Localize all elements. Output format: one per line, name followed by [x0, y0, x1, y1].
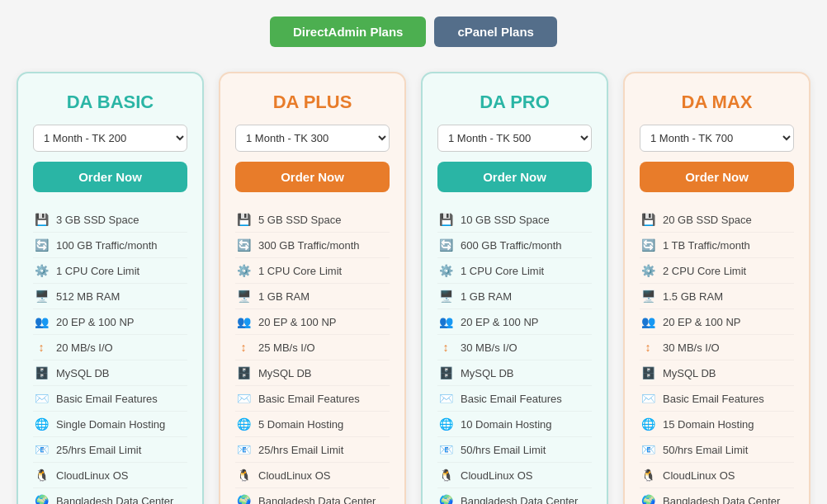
feature-icon: 🗄️: [33, 365, 50, 381]
feature-icon: 🌍: [235, 492, 252, 504]
feature-icon: ↕️: [33, 339, 50, 356]
feature-icon: 🌐: [640, 416, 656, 432]
list-item: 🖥️1 GB RAM: [235, 284, 390, 309]
feature-text: 1 GB RAM: [461, 290, 512, 303]
feature-icon: ✉️: [235, 390, 252, 407]
feature-icon: 📧: [235, 441, 252, 458]
order-button-da-max[interactable]: Order Now: [640, 162, 794, 192]
feature-icon: 🐧: [235, 467, 252, 483]
list-item: 📧25/hrs Email Limit: [235, 437, 390, 463]
feature-text: 50/hrs Email Limit: [461, 444, 546, 456]
feature-text: 10 Domain Hosting: [461, 418, 552, 431]
list-item: ✉️Basic Email Features: [437, 386, 592, 412]
feature-text: 1 GB RAM: [258, 290, 310, 303]
list-item: 👥20 EP & 100 NP: [235, 309, 390, 335]
plan-select-da-plus[interactable]: 1 Month - TK 3003 Months6 Months1 Year: [235, 125, 390, 152]
plan-select-da-pro[interactable]: 1 Month - TK 5003 Months6 Months1 Year: [437, 125, 592, 152]
list-item: 🔄600 GB Traffic/month: [437, 233, 592, 258]
feature-text: Single Domain Hosting: [56, 418, 165, 431]
feature-text: 600 GB Traffic/month: [461, 239, 562, 252]
list-item: 👥20 EP & 100 NP: [33, 309, 187, 335]
feature-icon: ↕️: [640, 339, 656, 356]
feature-text: 300 GB Traffic/month: [258, 239, 360, 252]
list-item: ✉️Basic Email Features: [640, 386, 794, 412]
feature-text: MySQL DB: [258, 367, 312, 379]
list-item: ⚙️1 CPU Core Limit: [33, 258, 187, 284]
features-list-da-basic: 💾3 GB SSD Space🔄100 GB Traffic/month⚙️1 …: [33, 207, 187, 504]
feature-text: CloudLinux OS: [56, 469, 128, 482]
feature-icon: 🗄️: [640, 365, 656, 381]
feature-icon: ⚙️: [33, 262, 50, 279]
list-item: ⚙️2 CPU Core Limit: [640, 258, 794, 284]
feature-icon: 🌍: [640, 492, 656, 504]
feature-text: 20 GB SSD Space: [663, 214, 752, 226]
list-item: 📧50/hrs Email Limit: [437, 437, 592, 463]
feature-text: 1 TB Traffic/month: [663, 239, 750, 252]
order-button-da-basic[interactable]: Order Now: [33, 162, 187, 192]
feature-text: 15 Domain Hosting: [663, 418, 754, 431]
plan-select-da-max[interactable]: 1 Month - TK 7003 Months6 Months1 Year: [640, 125, 794, 152]
feature-icon: 🌍: [33, 492, 50, 504]
order-button-da-plus[interactable]: Order Now: [235, 162, 390, 192]
list-item: 🌍Bangladesh Data Center: [33, 488, 187, 504]
feature-text: 30 MB/s I/O: [461, 341, 517, 354]
list-item: 💾20 GB SSD Space: [640, 207, 794, 233]
list-item: 💾5 GB SSD Space: [235, 207, 390, 233]
list-item: 🌐5 Domain Hosting: [235, 412, 390, 437]
feature-icon: 🖥️: [33, 288, 50, 304]
feature-icon: 👥: [437, 313, 454, 330]
feature-icon: ⚙️: [437, 262, 454, 279]
feature-text: Bangladesh Data Center: [258, 495, 376, 505]
feature-text: 50/hrs Email Limit: [663, 444, 748, 456]
feature-icon: 🗄️: [235, 365, 252, 381]
feature-text: 1.5 GB RAM: [663, 290, 723, 303]
list-item: 🖥️1.5 GB RAM: [640, 284, 794, 309]
feature-text: 100 GB Traffic/month: [56, 239, 158, 252]
list-item: 🗄️MySQL DB: [33, 360, 187, 386]
feature-icon: ✉️: [437, 390, 454, 407]
feature-text: 20 EP & 100 NP: [663, 316, 740, 328]
list-item: 🗄️MySQL DB: [640, 360, 794, 386]
list-item: 💾10 GB SSD Space: [437, 207, 592, 233]
feature-icon: 🌐: [437, 416, 454, 432]
feature-icon: 🌐: [235, 416, 252, 432]
list-item: ✉️Basic Email Features: [235, 386, 390, 412]
list-item: 👥20 EP & 100 NP: [640, 309, 794, 335]
plan-card-da-plus: DA PLUS1 Month - TK 3003 Months6 Months1…: [219, 72, 406, 504]
list-item: 🗄️MySQL DB: [437, 360, 592, 386]
order-button-da-pro[interactable]: Order Now: [437, 162, 592, 192]
feature-icon: 📧: [437, 441, 454, 458]
list-item: 👥20 EP & 100 NP: [437, 309, 592, 335]
feature-icon: 👥: [235, 313, 252, 330]
feature-text: 1 CPU Core Limit: [56, 265, 139, 277]
list-item: 🔄300 GB Traffic/month: [235, 233, 390, 258]
plans-container: DA BASIC1 Month - TK 2003 Months6 Months…: [17, 72, 810, 504]
feature-text: Basic Email Features: [56, 393, 158, 405]
feature-icon: 🔄: [33, 237, 50, 253]
feature-text: MySQL DB: [663, 367, 716, 379]
directadmin-button[interactable]: DirectAdmin Plans: [270, 16, 426, 47]
list-item: 🖥️1 GB RAM: [437, 284, 592, 309]
feature-text: 5 GB SSD Space: [258, 214, 341, 226]
list-item: 🌐Single Domain Hosting: [33, 412, 187, 437]
list-item: 🐧CloudLinux OS: [235, 463, 390, 488]
plan-card-da-pro: DA PRO1 Month - TK 5003 Months6 Months1 …: [421, 72, 608, 504]
plan-card-da-max: DA MAX1 Month - TK 7003 Months6 Months1 …: [623, 72, 810, 504]
feature-icon: 🌐: [33, 416, 50, 432]
list-item: ↕️30 MB/s I/O: [640, 335, 794, 360]
feature-icon: 🖥️: [235, 288, 252, 304]
feature-text: CloudLinux OS: [258, 469, 330, 482]
list-item: 💾3 GB SSD Space: [33, 207, 187, 233]
feature-icon: ✉️: [640, 390, 656, 407]
features-list-da-pro: 💾10 GB SSD Space🔄600 GB Traffic/month⚙️1…: [437, 207, 592, 504]
list-item: 🔄100 GB Traffic/month: [33, 233, 187, 258]
feature-text: 2 CPU Core Limit: [663, 265, 746, 277]
features-list-da-max: 💾20 GB SSD Space🔄1 TB Traffic/month⚙️2 C…: [640, 207, 794, 504]
plan-select-da-basic[interactable]: 1 Month - TK 2003 Months6 Months1 Year: [33, 125, 187, 152]
feature-icon: 💾: [437, 211, 454, 228]
feature-text: Basic Email Features: [461, 393, 562, 405]
feature-icon: ✉️: [33, 390, 50, 407]
cpanel-button[interactable]: cPanel Plans: [434, 16, 557, 47]
feature-icon: 🗄️: [437, 365, 454, 381]
list-item: ⚙️1 CPU Core Limit: [235, 258, 390, 284]
